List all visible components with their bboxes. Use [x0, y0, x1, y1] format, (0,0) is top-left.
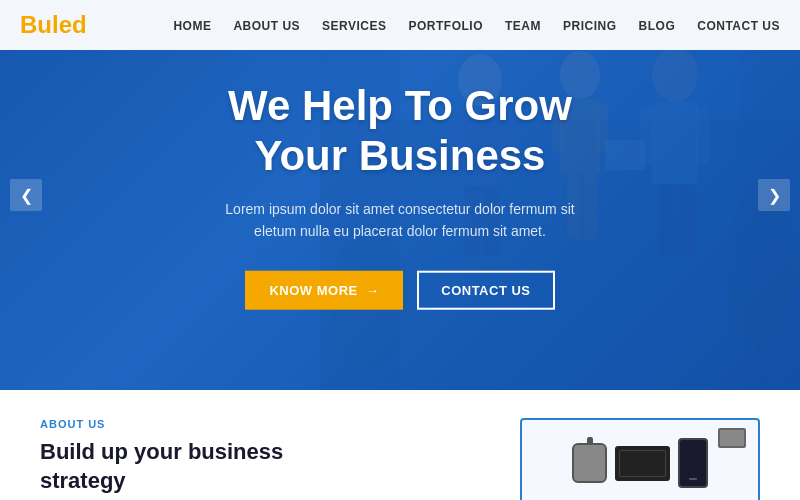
arrow-icon: →	[366, 282, 380, 297]
hero-content: We Help To Grow Your Business Lorem ipsu…	[140, 81, 660, 310]
nav-team[interactable]: TEAM	[505, 19, 541, 33]
nav-services[interactable]: SERVICES	[322, 19, 386, 33]
about-text: ABOUT US Build up your business strategy	[40, 418, 480, 495]
about-image	[520, 418, 760, 500]
about-title: Build up your business strategy	[40, 438, 480, 495]
nav-home[interactable]: HOME	[173, 19, 211, 33]
about-label: ABOUT US	[40, 418, 480, 430]
phone-device	[678, 438, 708, 488]
wallet-device	[615, 446, 670, 481]
nav-portfolio[interactable]: PORTFOLIO	[409, 19, 484, 33]
hero-section: ❮ ❯ We Help To Grow Your Business Lorem …	[0, 0, 800, 390]
about-section: ABOUT US Build up your business strategy	[0, 390, 800, 500]
hero-description: Lorem ipsum dolor sit amet consectetur d…	[140, 198, 660, 243]
nav-links: HOME ABOUT US SERVICES PORTFOLIO TEAM PR…	[173, 16, 780, 34]
contact-us-button[interactable]: CONTACT US	[417, 270, 554, 309]
navbar: Buled HOME ABOUT US SERVICES PORTFOLIO T…	[0, 0, 800, 50]
nav-about[interactable]: ABOUT US	[233, 19, 300, 33]
hero-title: We Help To Grow Your Business	[140, 81, 660, 182]
slider-next-button[interactable]: ❯	[758, 179, 790, 211]
hero-buttons: KNOW MORE → CONTACT US	[140, 270, 660, 309]
watch-device	[572, 443, 607, 483]
brand-logo[interactable]: Buled	[20, 11, 87, 39]
card-device	[718, 428, 746, 448]
slider-prev-button[interactable]: ❮	[10, 179, 42, 211]
nav-blog[interactable]: BLOG	[639, 19, 676, 33]
nav-pricing[interactable]: PRICING	[563, 19, 617, 33]
devices-display	[522, 420, 758, 500]
know-more-button[interactable]: KNOW MORE →	[245, 270, 403, 309]
nav-contact[interactable]: CONTACT US	[697, 19, 780, 33]
